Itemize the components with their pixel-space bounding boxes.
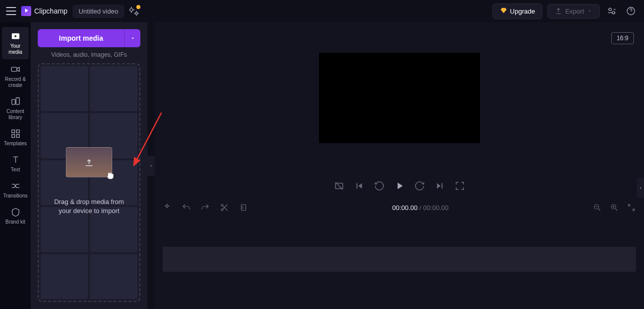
app-logo[interactable]: Clipchamp bbox=[21, 6, 67, 16]
library-icon bbox=[11, 96, 21, 107]
aspect-ratio-button[interactable]: 16:9 bbox=[611, 32, 634, 44]
chevron-down-icon bbox=[130, 35, 136, 41]
timeline-section: 00:00.00 / 00:00.00 bbox=[154, 198, 644, 309]
chevron-left-icon bbox=[149, 164, 153, 168]
import-dropdown-button[interactable] bbox=[124, 29, 140, 47]
upgrade-button[interactable]: Upgrade bbox=[493, 4, 543, 19]
sidebar-label: Templates bbox=[4, 141, 27, 147]
import-button-group: Import media bbox=[38, 29, 140, 47]
safe-zone-icon[interactable] bbox=[334, 180, 345, 191]
import-media-button[interactable]: Import media bbox=[38, 29, 124, 47]
settings-icon[interactable] bbox=[605, 4, 619, 18]
time-total: 00:00.00 bbox=[423, 204, 449, 212]
svg-point-13 bbox=[221, 204, 223, 207]
header-left: Clipchamp Untitled video bbox=[6, 5, 139, 18]
ai-sparkle-icon[interactable] bbox=[129, 6, 139, 16]
sidebar-label: Text bbox=[11, 167, 20, 173]
timeline-toolbar: 00:00.00 / 00:00.00 bbox=[154, 198, 644, 217]
grab-cursor-icon bbox=[105, 170, 116, 181]
sidebar-label: Brand kit bbox=[6, 219, 25, 225]
play-button[interactable] bbox=[394, 180, 405, 191]
timeline-time: 00:00.00 / 00:00.00 bbox=[258, 204, 583, 212]
media-types-hint: Videos, audio, images, GIFs bbox=[38, 51, 140, 58]
media-panel: Import media Videos, audio, images, GIFs bbox=[31, 22, 147, 309]
logo-mark-icon bbox=[21, 6, 31, 16]
upload-icon bbox=[555, 8, 562, 15]
svg-rect-4 bbox=[11, 67, 17, 71]
header: Clipchamp Untitled video Upgrade Export bbox=[0, 0, 644, 22]
undo-icon[interactable] bbox=[182, 203, 191, 212]
main-area: 16:9 bbox=[154, 22, 644, 309]
crop-icon[interactable] bbox=[239, 203, 248, 212]
sidebar: Your media Record & create Content libra… bbox=[0, 22, 31, 309]
sidebar-item-text[interactable]: Text bbox=[0, 151, 31, 177]
sidebar-label: Record & create bbox=[1, 76, 30, 88]
svg-point-14 bbox=[221, 209, 223, 211]
timeline-track-empty[interactable] bbox=[163, 247, 636, 272]
media-icon bbox=[11, 31, 21, 41]
media-dropzone[interactable]: Drag & drop media from your device to im… bbox=[38, 63, 140, 302]
camera-icon bbox=[11, 64, 21, 74]
split-icon[interactable] bbox=[220, 203, 229, 212]
preview-canvas[interactable] bbox=[319, 53, 480, 143]
panel-collapse-left[interactable] bbox=[147, 156, 154, 176]
export-label: Export bbox=[565, 8, 584, 15]
time-sep: / bbox=[418, 204, 423, 212]
panel-collapse-right[interactable] bbox=[637, 178, 644, 198]
project-title-input[interactable]: Untitled video bbox=[72, 5, 124, 18]
svg-point-0 bbox=[609, 8, 611, 11]
svg-point-1 bbox=[612, 12, 615, 14]
sidebar-label: Your media bbox=[3, 43, 28, 55]
diamond-icon bbox=[500, 7, 507, 16]
help-icon[interactable] bbox=[624, 4, 638, 18]
sidebar-item-content-library[interactable]: Content library bbox=[0, 92, 31, 125]
fit-icon[interactable] bbox=[627, 203, 636, 212]
upload-icon bbox=[84, 157, 94, 167]
svg-rect-6 bbox=[16, 98, 19, 105]
sidebar-item-transitions[interactable]: Transitions bbox=[0, 177, 31, 203]
dropzone-text: Drag & drop media from your device to im… bbox=[49, 197, 129, 216]
sidebar-item-your-media[interactable]: Your media bbox=[2, 27, 29, 59]
chevron-left-icon bbox=[638, 186, 642, 190]
svg-rect-10 bbox=[16, 135, 19, 138]
brand-kit-icon bbox=[11, 207, 21, 217]
import-label: Import media bbox=[59, 34, 103, 42]
auto-fit-icon[interactable] bbox=[163, 203, 172, 212]
preview-area: 16:9 bbox=[154, 22, 644, 173]
zoom-in-icon[interactable] bbox=[610, 203, 619, 212]
sidebar-item-record[interactable]: Record & create bbox=[0, 60, 31, 92]
menu-icon[interactable] bbox=[6, 7, 16, 15]
export-button[interactable]: Export bbox=[547, 4, 600, 19]
sidebar-item-brand-kit[interactable]: Brand kit bbox=[0, 203, 31, 229]
timeline: 00:00.00 / 00:00.00 bbox=[154, 198, 644, 309]
fullscreen-icon[interactable] bbox=[454, 180, 465, 191]
svg-rect-5 bbox=[12, 99, 15, 105]
timeline-tracks[interactable] bbox=[154, 217, 644, 309]
sidebar-label: Content library bbox=[1, 109, 30, 121]
svg-rect-8 bbox=[16, 130, 19, 133]
forward-icon[interactable] bbox=[414, 180, 425, 191]
text-icon bbox=[11, 155, 21, 165]
dropzone-thumbnail bbox=[66, 147, 112, 177]
redo-icon[interactable] bbox=[201, 203, 210, 212]
header-right: Upgrade Export bbox=[493, 4, 638, 19]
svg-rect-15 bbox=[242, 204, 246, 211]
time-current: 00:00.00 bbox=[392, 204, 418, 212]
zoom-out-icon[interactable] bbox=[593, 203, 602, 212]
timeline-toolbar-left bbox=[163, 203, 248, 212]
templates-icon bbox=[11, 129, 21, 139]
timeline-toolbar-right bbox=[593, 203, 636, 212]
dropzone-bg bbox=[41, 66, 137, 299]
app-name: Clipchamp bbox=[34, 7, 67, 15]
transitions-icon bbox=[11, 181, 21, 191]
sidebar-item-templates[interactable]: Templates bbox=[0, 125, 31, 151]
svg-rect-9 bbox=[12, 135, 15, 138]
app-root: Clipchamp Untitled video Upgrade Export bbox=[0, 0, 644, 309]
rewind-icon[interactable] bbox=[374, 180, 385, 191]
chevron-down-icon bbox=[587, 9, 592, 14]
svg-rect-7 bbox=[12, 130, 15, 133]
body: Your media Record & create Content libra… bbox=[0, 22, 644, 309]
sidebar-label: Transitions bbox=[3, 193, 28, 199]
skip-end-icon[interactable] bbox=[434, 180, 445, 191]
skip-start-icon[interactable] bbox=[354, 180, 365, 191]
